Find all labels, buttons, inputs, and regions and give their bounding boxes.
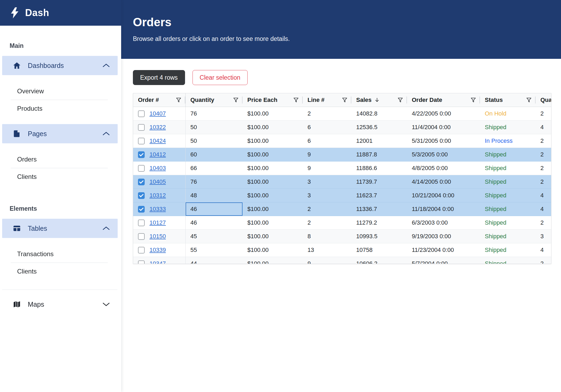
table-icon (13, 224, 21, 232)
row-checkbox[interactable] (138, 124, 145, 131)
row-checkbox[interactable] (138, 260, 145, 264)
column-header-qua-clipped[interactable]: Qua (536, 93, 551, 107)
filter-icon[interactable] (176, 97, 182, 103)
status-cell: Shipped (480, 162, 536, 175)
qua-cell: 4 (536, 202, 551, 216)
sidebar-item-maps[interactable]: Maps (2, 295, 118, 314)
price-each-cell: $100.00 (243, 189, 303, 202)
sales-cell: 10993.5 (351, 230, 407, 243)
column-header-sales[interactable]: Sales (351, 93, 407, 107)
table-row[interactable]: 1032250$100.00612536.511/4/2004 0:00Ship… (133, 121, 551, 134)
order-link[interactable]: 10403 (149, 165, 166, 172)
row-checkbox[interactable] (138, 220, 145, 226)
table-row[interactable]: 1041260$100.00911887.85/3/2005 0:00Shipp… (133, 148, 551, 162)
price-each-cell: $100.00 (243, 257, 303, 264)
sidebar-item-overview[interactable]: Overview (0, 83, 121, 100)
price-each-cell: $100.00 (243, 202, 303, 216)
sidebar-item-pages[interactable]: Pages (2, 124, 118, 143)
order-link[interactable]: 10127 (149, 219, 166, 226)
status-cell: Shipped (480, 175, 536, 189)
order-link[interactable]: 10150 (149, 233, 166, 240)
qua-cell: 2 (536, 162, 551, 175)
quantity-cell: 50 (186, 121, 243, 134)
line-number-cell: 9 (303, 162, 351, 175)
row-checkbox[interactable] (138, 138, 145, 144)
table-row[interactable]: 1015045$100.00810993.59/19/2003 0:00Ship… (133, 230, 551, 243)
filter-icon[interactable] (470, 97, 476, 103)
toolbar: Export 4 rows Clear selection (133, 70, 561, 85)
table-row[interactable]: 1033346$100.00211336.711/18/2004 0:00Shi… (133, 202, 551, 216)
price-each-cell: $100.00 (243, 121, 303, 134)
order-link[interactable]: 10322 (149, 124, 166, 131)
sidebar: Dash Main Dashboards Overview Products P… (0, 0, 121, 392)
row-checkbox-checked[interactable] (138, 151, 145, 158)
order-date-cell: 5/3/2005 0:00 (407, 148, 480, 161)
order-link[interactable]: 10347 (149, 260, 166, 264)
quantity-cell: 45 (186, 230, 243, 243)
column-label: Qua (540, 97, 551, 103)
order-link[interactable]: 10424 (149, 137, 166, 144)
sidebar-item-products[interactable]: Products (0, 100, 121, 117)
dashboards-sublist: Overview Products (0, 83, 121, 117)
line-number-cell: 3 (303, 175, 351, 189)
order-link[interactable]: 10405 (149, 178, 166, 185)
status-cell: Shipped (480, 121, 536, 134)
order-date-cell: 10/21/2004 0:00 (407, 189, 480, 202)
quantity-cell[interactable]: 46 (186, 202, 243, 216)
row-checkbox-checked[interactable] (138, 192, 145, 199)
filter-icon[interactable] (233, 97, 239, 103)
column-header-quantity[interactable]: Quantity (186, 93, 243, 107)
sidebar-item-clients[interactable]: Clients (0, 168, 121, 185)
row-checkbox-checked[interactable] (138, 206, 145, 213)
table-row[interactable]: 1040776$100.00214082.84/22/2005 0:00On H… (133, 107, 551, 121)
sidebar-item-tables[interactable]: Tables (2, 219, 118, 238)
column-header-status[interactable]: Status (480, 93, 536, 107)
column-header-order-date[interactable]: Order Date (407, 93, 480, 107)
sales-cell: 11336.7 (351, 202, 407, 216)
table-row[interactable]: 1031248$100.00311623.710/21/2004 0:00Shi… (133, 189, 551, 202)
filter-icon[interactable] (342, 97, 348, 103)
table-row[interactable]: 1033955$100.00131075811/23/2004 0:00Ship… (133, 243, 551, 257)
row-checkbox[interactable] (138, 233, 145, 240)
column-label: Quantity (190, 97, 214, 103)
order-link[interactable]: 10333 (149, 206, 166, 213)
table-row[interactable]: 1040366$100.00911886.64/8/2005 0:00Shipp… (133, 162, 551, 175)
order-cell: 10403 (133, 162, 186, 175)
table-row[interactable]: 1012746$100.00211279.26/3/2003 0:00Shipp… (133, 216, 551, 230)
row-checkbox[interactable] (138, 165, 145, 172)
table-row[interactable]: 1042450$100.006120015/31/2005 0:00In Pro… (133, 134, 551, 148)
status-cell: Shipped (480, 202, 536, 216)
filter-icon[interactable] (526, 97, 532, 103)
order-date-cell: 4/22/2005 0:00 (407, 107, 480, 120)
file-icon (13, 130, 21, 138)
sidebar-item-dashboards[interactable]: Dashboards (2, 56, 118, 75)
column-header-price-each[interactable]: Price Each (243, 93, 303, 107)
row-checkbox[interactable] (138, 110, 145, 117)
page-subtitle: Browse all orders or click on an order t… (133, 35, 561, 43)
sidebar-item-transactions[interactable]: Transactions (0, 245, 121, 263)
order-link[interactable]: 10412 (149, 151, 166, 158)
sales-cell: 10758 (351, 243, 407, 257)
order-link[interactable]: 10407 (149, 110, 166, 117)
column-header-order[interactable]: Order # (133, 93, 186, 107)
sales-cell: 11739.7 (351, 175, 407, 189)
sidebar-item-orders[interactable]: Orders (0, 151, 121, 168)
order-date-cell: 5/31/2005 0:00 (407, 134, 480, 148)
table-row[interactable]: 1040576$100.00311739.74/14/2005 0:00Ship… (133, 175, 551, 189)
export-button[interactable]: Export 4 rows (133, 70, 185, 85)
row-checkbox[interactable] (138, 247, 145, 253)
sales-cell: 11887.8 (351, 148, 407, 161)
clear-selection-button[interactable]: Clear selection (193, 70, 248, 85)
quantity-cell: 76 (186, 175, 243, 189)
column-label: Order # (138, 97, 159, 103)
qua-cell: 4 (536, 243, 551, 257)
order-link[interactable]: 10312 (149, 192, 166, 199)
table-row[interactable]: 1034744$100.00910606.25/7/2004 0:00Shipp… (133, 257, 551, 264)
filter-icon[interactable] (293, 97, 299, 103)
row-checkbox-checked[interactable] (138, 179, 145, 185)
filter-icon[interactable] (397, 97, 403, 103)
sidebar-item-clients-2[interactable]: Clients (0, 263, 121, 280)
price-each-cell: $100.00 (243, 175, 303, 189)
order-link[interactable]: 10339 (149, 247, 166, 253)
column-header-line[interactable]: Line # (303, 93, 351, 107)
